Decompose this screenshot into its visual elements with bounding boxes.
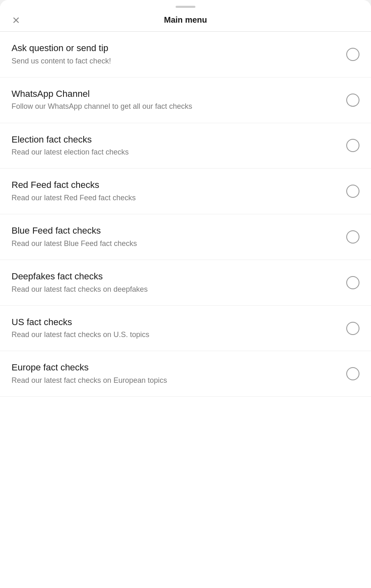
menu-item-title-us-fact-checks: US fact checks — [12, 316, 338, 328]
menu-item-us-fact-checks[interactable]: US fact checksRead our latest fact check… — [0, 306, 371, 351]
radio-button-blue-feed-fact-checks[interactable] — [346, 230, 359, 244]
menu-item-text-whatsapp-channel: WhatsApp ChannelFollow our WhatsApp chan… — [12, 88, 338, 112]
menu-item-text-blue-feed-fact-checks: Blue Feed fact checksRead our latest Blu… — [12, 225, 338, 249]
menu-item-subtitle-election-fact-checks: Read our latest election fact checks — [12, 147, 338, 157]
menu-item-title-europe-fact-checks: Europe fact checks — [12, 362, 338, 374]
menu-item-europe-fact-checks[interactable]: Europe fact checksRead our latest fact c… — [0, 351, 371, 397]
radio-button-election-fact-checks[interactable] — [346, 139, 359, 152]
menu-item-subtitle-red-feed-fact-checks: Read our latest Red Feed fact checks — [12, 193, 338, 203]
menu-item-text-europe-fact-checks: Europe fact checksRead our latest fact c… — [12, 362, 338, 386]
menu-item-subtitle-europe-fact-checks: Read our latest fact checks on European … — [12, 375, 338, 386]
menu-item-subtitle-us-fact-checks: Read our latest fact checks on U.S. topi… — [12, 330, 338, 340]
bottom-sheet: Main menu Ask question or send tipSend u… — [0, 0, 371, 588]
radio-button-ask-question[interactable] — [346, 48, 359, 61]
menu-item-title-red-feed-fact-checks: Red Feed fact checks — [12, 179, 338, 191]
menu-item-blue-feed-fact-checks[interactable]: Blue Feed fact checksRead our latest Blu… — [0, 214, 371, 260]
menu-item-subtitle-deepfakes-fact-checks: Read our latest fact checks on deepfakes — [12, 284, 338, 295]
radio-button-us-fact-checks[interactable] — [346, 322, 359, 335]
menu-item-election-fact-checks[interactable]: Election fact checksRead our latest elec… — [0, 123, 371, 169]
menu-item-text-deepfakes-fact-checks: Deepfakes fact checksRead our latest fac… — [12, 271, 338, 295]
menu-item-whatsapp-channel[interactable]: WhatsApp ChannelFollow our WhatsApp chan… — [0, 77, 371, 123]
menu-item-ask-question[interactable]: Ask question or send tipSend us content … — [0, 32, 371, 77]
menu-item-subtitle-whatsapp-channel: Follow our WhatsApp channel to get all o… — [12, 101, 338, 112]
menu-list: Ask question or send tipSend us content … — [0, 32, 371, 588]
menu-item-title-whatsapp-channel: WhatsApp Channel — [12, 88, 338, 100]
menu-item-deepfakes-fact-checks[interactable]: Deepfakes fact checksRead our latest fac… — [0, 260, 371, 306]
menu-item-title-blue-feed-fact-checks: Blue Feed fact checks — [12, 225, 338, 237]
radio-button-whatsapp-channel[interactable] — [346, 94, 359, 107]
menu-item-red-feed-fact-checks[interactable]: Red Feed fact checksRead our latest Red … — [0, 169, 371, 214]
menu-item-title-deepfakes-fact-checks: Deepfakes fact checks — [12, 271, 338, 283]
menu-item-text-election-fact-checks: Election fact checksRead our latest elec… — [12, 134, 338, 158]
drag-handle — [176, 6, 195, 8]
close-button[interactable] — [10, 14, 22, 26]
menu-item-text-ask-question: Ask question or send tipSend us content … — [12, 42, 338, 66]
menu-item-title-election-fact-checks: Election fact checks — [12, 134, 338, 146]
menu-item-subtitle-ask-question: Send us content to fact check! — [12, 56, 338, 66]
radio-button-europe-fact-checks[interactable] — [346, 367, 359, 380]
menu-item-title-ask-question: Ask question or send tip — [12, 42, 338, 54]
menu-item-text-red-feed-fact-checks: Red Feed fact checksRead our latest Red … — [12, 179, 338, 203]
header: Main menu — [0, 11, 371, 32]
drag-handle-area — [0, 0, 371, 11]
close-icon — [12, 16, 21, 25]
radio-button-red-feed-fact-checks[interactable] — [346, 185, 359, 198]
header-title: Main menu — [164, 15, 207, 25]
menu-item-subtitle-blue-feed-fact-checks: Read our latest Blue Feed fact checks — [12, 239, 338, 249]
menu-item-text-us-fact-checks: US fact checksRead our latest fact check… — [12, 316, 338, 340]
radio-button-deepfakes-fact-checks[interactable] — [346, 276, 359, 289]
